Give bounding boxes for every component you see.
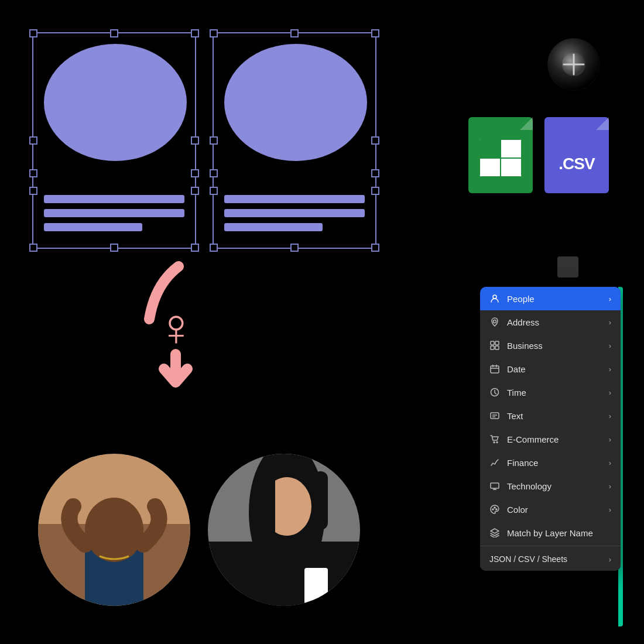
person2-svg [208, 454, 360, 606]
handle-side [210, 169, 218, 177]
handle-side [191, 169, 199, 177]
menu-item-left: E-Commerce [489, 434, 559, 444]
circle-1 [44, 44, 187, 161]
grid-icon [489, 340, 500, 351]
sheets-file-icon[interactable] [468, 117, 533, 193]
text-line [44, 195, 184, 203]
frame-1 [32, 32, 196, 249]
text-line [224, 209, 365, 217]
handle-tc [290, 29, 299, 37]
menu-label-text: Text [507, 411, 523, 421]
sheets-cell-header [479, 139, 501, 158]
menu-item-left: Color [489, 504, 528, 515]
svg-point-38 [492, 509, 494, 510]
menu-item-finance[interactable]: Finance › [480, 451, 621, 474]
menu-item-technology[interactable]: Technology › [480, 474, 621, 498]
menu-label-address: Address [507, 317, 539, 327]
menu-item-left: People [489, 293, 535, 304]
file-icons-area: .CSV [468, 117, 609, 193]
plugin-icon[interactable] [547, 38, 600, 91]
menu-label-business: Business [507, 341, 543, 351]
svg-point-40 [496, 509, 497, 510]
menu-item-left: Time [489, 387, 526, 398]
svg-rect-25 [491, 366, 499, 373]
menu-label-technology: Technology [507, 481, 551, 491]
chevron-icon-time: › [609, 388, 611, 397]
menu-item-address[interactable]: Address › [480, 310, 621, 334]
text-line [44, 209, 184, 217]
file-corner [520, 117, 533, 130]
handle-side [210, 187, 218, 195]
dropdown-menu: People › Address › [480, 287, 621, 571]
menu-item-left: Address [489, 317, 539, 327]
text-icon [489, 410, 500, 421]
svg-text:♀: ♀ [156, 299, 196, 357]
menu-item-left: Match by Layer Name [489, 527, 593, 538]
circle-2 [224, 44, 367, 161]
menu-item-color[interactable]: Color › [480, 498, 621, 521]
svg-rect-15 [258, 471, 275, 547]
handle-mr [191, 136, 199, 145]
plugin-icon-circle [547, 38, 600, 91]
menu-item-left: Finance [489, 457, 538, 468]
person-1-photo [38, 454, 190, 606]
menu-item-text[interactable]: Text › [480, 404, 621, 427]
menu-label-ecommerce: E-Commerce [507, 434, 559, 444]
handle-ml [29, 136, 37, 145]
chevron-icon-business: › [609, 341, 611, 350]
svg-rect-18 [304, 568, 328, 606]
cursor-arrow-icon: ♀ [120, 261, 225, 389]
handle-tl [210, 29, 218, 37]
clock-icon [489, 387, 500, 398]
chevron-icon-date: › [609, 365, 611, 374]
calendar-icon [489, 364, 500, 374]
layers-icon [489, 527, 500, 538]
svg-point-9 [85, 498, 143, 562]
svg-point-19 [493, 295, 496, 299]
menu-label-color: Color [507, 505, 528, 515]
handle-tl [29, 29, 37, 37]
menu-item-date[interactable]: Date › [480, 357, 621, 381]
plugin-logo-svg [547, 38, 600, 91]
handle-bl [29, 244, 37, 252]
text-lines-1 [44, 195, 184, 231]
handle-side [29, 169, 37, 177]
menu-item-left: Date [489, 364, 526, 374]
cart-icon [489, 434, 500, 444]
connector-box [557, 256, 578, 278]
handle-side [29, 187, 37, 195]
menu-item-left: Technology [489, 481, 551, 491]
handle-side [191, 187, 199, 195]
csv-label: .CSV [559, 155, 594, 173]
menu-item-json-csv[interactable]: JSON / CSV / Sheets › [480, 547, 621, 571]
handle-br [191, 244, 199, 252]
csv-file-icon[interactable]: .CSV [544, 117, 609, 193]
svg-point-33 [494, 442, 495, 443]
frame-2 [213, 32, 376, 249]
sheets-cell [479, 158, 501, 177]
sheets-cell [501, 139, 522, 158]
frame-group [32, 32, 395, 249]
cursor-svg: ♀ [120, 261, 225, 389]
menu-item-match-layer[interactable]: Match by Layer Name [480, 521, 621, 544]
svg-point-20 [494, 320, 496, 323]
text-line-short [44, 223, 142, 231]
menu-item-ecommerce[interactable]: E-Commerce › [480, 427, 621, 451]
menu-item-time[interactable]: Time › [480, 381, 621, 404]
file-corner [596, 117, 609, 130]
menu-item-people[interactable]: People › [480, 287, 621, 310]
handle-tr [371, 29, 379, 37]
menu-label-match-layer: Match by Layer Name [507, 528, 593, 538]
svg-rect-22 [495, 341, 499, 345]
svg-point-39 [494, 507, 495, 508]
svg-rect-21 [491, 341, 494, 345]
tech-icon [489, 481, 500, 491]
handle-side [371, 169, 379, 177]
svg-rect-16 [313, 471, 328, 530]
menu-item-business[interactable]: Business › [480, 334, 621, 357]
chevron-icon-color: › [609, 505, 611, 514]
chevron-icon-technology: › [609, 482, 611, 491]
menu-item-left: Text [489, 410, 523, 421]
chevron-icon-ecommerce: › [609, 435, 611, 444]
handle-ml [210, 136, 218, 145]
